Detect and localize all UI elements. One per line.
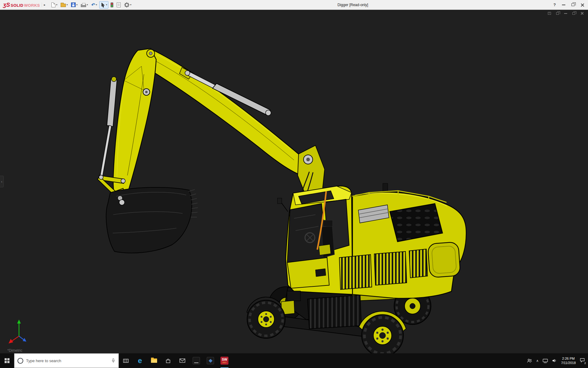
volume-icon[interactable] [552, 358, 557, 363]
options-button[interactable]: ▾ [123, 1, 133, 9]
minimize-button[interactable] [562, 5, 565, 5]
new-window-icon[interactable] [548, 12, 551, 15]
center-step-block [307, 295, 361, 329]
taskbar-search-box[interactable]: Type here to search [14, 353, 119, 368]
new-document-button[interactable]: ▾ [50, 1, 58, 9]
store-bag-icon [166, 358, 171, 363]
print-button[interactable]: ▾ [80, 1, 89, 9]
engine-body [339, 183, 466, 298]
network-icon[interactable] [543, 358, 548, 363]
graphics-viewport[interactable]: ‹ [0, 10, 588, 353]
rebuild-stoplight-icon [111, 2, 113, 7]
rear-access-panel [428, 242, 460, 278]
undo-icon: ↶ [91, 2, 95, 7]
x-axis-arrow [9, 339, 13, 343]
open-button[interactable]: ▾ [59, 1, 69, 9]
close-button[interactable] [581, 3, 584, 7]
document-window-controls [548, 12, 584, 15]
edge-icon: e [138, 357, 142, 364]
new-document-icon [51, 2, 55, 7]
wheel-front-left [247, 300, 285, 338]
chevron-down-icon[interactable]: ▾ [106, 3, 107, 6]
boom [146, 50, 312, 178]
mail-envelope-icon [179, 358, 185, 363]
titlebar-window-controls: ? [553, 2, 588, 7]
boom-base-bracket [298, 145, 325, 194]
chevron-down-icon[interactable]: ▾ [76, 3, 77, 6]
cortana-icon [17, 358, 23, 364]
file-explorer-icon [151, 358, 157, 363]
command-prompt-icon [193, 357, 200, 364]
bucket [106, 187, 198, 253]
document-restore-icon[interactable] [572, 12, 575, 15]
maximize-restore-button[interactable] [571, 3, 575, 6]
solidworks-logo: ʒS SOLID WORKS [0, 2, 42, 8]
axis-triad [7, 317, 32, 345]
brand-works: WORKS [24, 3, 40, 8]
task-view-icon [123, 358, 129, 363]
windows-logo-icon [5, 358, 9, 363]
chevron-down-icon[interactable]: ▾ [56, 3, 57, 6]
search-placeholder: Type here to search [26, 358, 108, 363]
undo-button[interactable]: ↶ ▾ [90, 1, 98, 9]
cascade-windows-icon[interactable] [556, 12, 559, 15]
save-icon [71, 2, 76, 7]
hidden-icons-chevron[interactable]: ∧ [536, 359, 539, 363]
microphone-icon[interactable] [111, 358, 115, 363]
quick-access-toolbar: ▾ ▾ ▾ ▾ ↶ ▾ ▾ [50, 1, 133, 9]
edge-button[interactable]: e [133, 353, 147, 368]
command-prompt-button[interactable] [189, 353, 203, 368]
3d-viewer-button[interactable] [203, 353, 217, 368]
menu-flyout-button[interactable]: ▸ [42, 2, 47, 7]
wheel-front-right [362, 315, 403, 353]
people-icon[interactable] [527, 358, 532, 363]
y-axis-arrow [17, 320, 21, 324]
clock-time: 2:26 PM [561, 356, 576, 361]
side-mirror [277, 198, 282, 204]
open-folder-icon [61, 4, 66, 7]
rebuild-button[interactable] [109, 1, 115, 9]
solidworks-logo-icon: ʒS [3, 2, 10, 8]
chevron-down-icon[interactable]: ▾ [96, 3, 97, 6]
print-icon [81, 4, 86, 7]
mail-button[interactable] [175, 353, 189, 368]
task-view-button[interactable] [119, 353, 133, 368]
notification-badge: 2 [584, 362, 586, 365]
solidworks-app-icon: SW 2017 [221, 357, 228, 365]
chevron-down-icon[interactable]: ▾ [87, 3, 88, 6]
chevron-down-icon[interactable]: ▾ [66, 3, 68, 6]
action-center-button[interactable]: 2 [580, 358, 585, 364]
window-title: Digger [Read-only] [337, 3, 368, 7]
document-close-icon[interactable] [580, 12, 584, 15]
save-button[interactable]: ▾ [70, 1, 79, 9]
select-button[interactable]: ▾ [99, 1, 108, 9]
system-tray: ∧ 2:26 PM 7/11/2018 2 [527, 356, 588, 365]
view-orientation-label: *Dimetric [7, 348, 22, 353]
help-button[interactable]: ? [553, 2, 556, 7]
solidworks-taskbar-button[interactable]: SW 2017 [217, 353, 232, 368]
brand-solid: SOLID [11, 3, 24, 8]
select-cursor-icon [100, 2, 105, 8]
file-explorer-button[interactable] [147, 353, 161, 368]
3d-viewer-icon [207, 357, 214, 364]
titlebar: ʒS SOLID WORKS ▸ ▾ ▾ ▾ ▾ ↶ ▾ ▾ [0, 0, 588, 10]
document-minimize-icon[interactable] [564, 13, 567, 14]
taskbar-clock[interactable]: 2:26 PM 7/11/2018 [561, 356, 576, 365]
digger-3d-model[interactable] [0, 10, 588, 353]
chevron-down-icon[interactable]: ▾ [130, 3, 131, 6]
store-button[interactable] [161, 353, 175, 368]
file-properties-button[interactable] [115, 1, 122, 9]
start-button[interactable] [0, 353, 14, 368]
clock-date: 7/11/2018 [561, 361, 576, 365]
gear-icon [124, 2, 130, 8]
windows-taskbar: Type here to search e [0, 353, 588, 368]
file-properties-icon [117, 2, 121, 7]
